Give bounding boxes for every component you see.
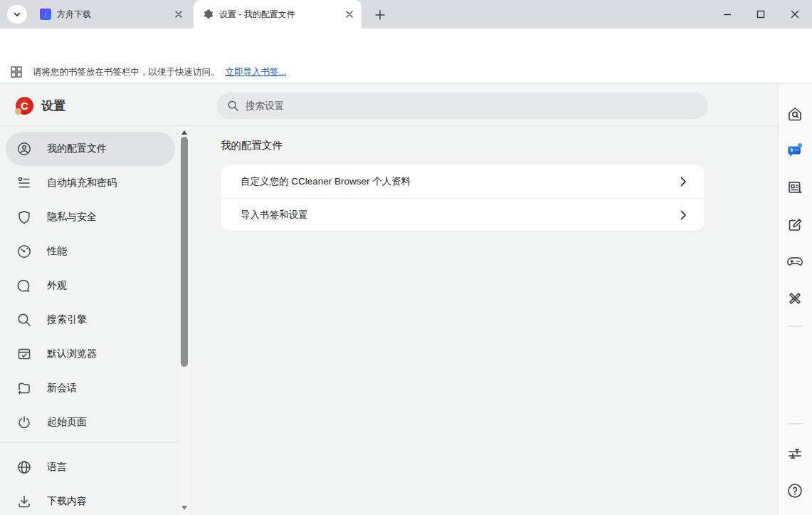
minimize-icon <box>722 9 732 19</box>
ai-chat-button[interactable] <box>786 142 803 159</box>
panel-divider <box>787 423 803 425</box>
close-icon <box>175 11 182 18</box>
browser-check-icon <box>17 347 31 361</box>
tab-strip: 方舟下载 设置 - 我的配置文件 <box>0 0 812 28</box>
section-title: 我的配置文件 <box>221 139 283 152</box>
person-circle-icon <box>17 142 31 156</box>
sidebar-item-autofill-passwords[interactable]: 自动填充和密码 <box>0 166 179 200</box>
adjustments-icon <box>786 445 803 462</box>
new-session-tab-icon <box>17 381 31 395</box>
sidebar-item-privacy-security[interactable]: 隐私与安全 <box>0 200 179 234</box>
sidebar-item-new-session[interactable]: 新会话 <box>0 371 179 405</box>
import-bookmarks-settings-row[interactable]: 导入书签和设置 <box>221 198 705 232</box>
scrollbar-down-arrow[interactable] <box>180 504 189 512</box>
search-placeholder: 搜索设置 <box>246 100 284 113</box>
window-maximize-button[interactable] <box>755 9 766 20</box>
crossed-tools-icon <box>786 290 803 307</box>
chevron-right-icon <box>677 209 689 221</box>
gear-icon <box>202 9 213 20</box>
chevron-down-icon <box>13 10 21 19</box>
sidebar-item-label: 语言 <box>47 461 67 474</box>
download-icon <box>17 494 31 509</box>
sidebar-item-my-profile[interactable]: 我的配置文件 <box>6 132 175 166</box>
ccleaner-logo-icon: C <box>16 97 33 115</box>
panel-divider <box>787 326 803 327</box>
sidebar-item-label: 搜索引擎 <box>47 313 87 326</box>
notes-compose-icon <box>786 216 803 233</box>
sidebar-item-performance[interactable]: 性能 <box>0 234 179 269</box>
sidebar-item-label: 性能 <box>47 245 67 258</box>
sidebar-item-label: 外观 <box>47 279 67 292</box>
tab-close-button[interactable] <box>343 8 356 21</box>
apps-grid-icon[interactable] <box>10 66 23 78</box>
settings-search-input[interactable]: 搜索设置 <box>217 93 708 119</box>
globe-icon <box>17 460 31 474</box>
sidebar-item-languages[interactable]: 语言 <box>0 450 179 484</box>
sidebar-item-label: 新会话 <box>47 382 77 395</box>
sidebar-item-search-engine[interactable]: 搜索引擎 <box>0 303 179 337</box>
sidebar-item-label: 隐私与安全 <box>47 211 97 224</box>
tab-search-button[interactable] <box>7 5 27 24</box>
sidebar-item-label: 起始页面 <box>47 416 87 429</box>
sidebar-divider <box>0 442 179 443</box>
row-label: 自定义您的 CCleaner Browser 个人资料 <box>241 175 677 188</box>
tab-close-button[interactable] <box>172 8 185 21</box>
ark-download-favicon <box>40 9 51 20</box>
browser-toolbar: CCleaner Browser secure://settings/peopl… <box>0 28 812 61</box>
bookmarks-bar: 请将您的书签放在书签栏中，以便于快速访问。 立即导入书签... <box>0 61 812 84</box>
news-button[interactable] <box>786 179 803 196</box>
customize-tools-button[interactable] <box>786 290 803 307</box>
appearance-bubble-icon <box>17 279 31 293</box>
search-icon <box>227 100 239 112</box>
tab-title: 方舟下载 <box>57 9 172 21</box>
tab-settings[interactable]: 设置 - 我的配置文件 <box>194 0 362 28</box>
customize-profile-row[interactable]: 自定义您的 CCleaner Browser 个人资料 <box>221 165 705 198</box>
import-bookmarks-link[interactable]: 立即导入书签... <box>226 66 286 78</box>
tab-ark-download[interactable]: 方舟下载 <box>31 0 191 28</box>
bookmarks-hint-text: 请将您的书签放在书签栏中，以便于快速访问。 <box>33 66 220 78</box>
window-close-button[interactable] <box>789 9 801 20</box>
home-search-button[interactable] <box>786 105 803 123</box>
tab-title: 设置 - 我的配置文件 <box>219 9 343 21</box>
power-icon <box>17 415 31 430</box>
news-icon <box>786 179 803 196</box>
home-search-icon <box>786 105 803 123</box>
sidebar-item-appearance[interactable]: 外观 <box>0 269 179 303</box>
magnifier-icon <box>17 313 31 327</box>
row-label: 导入书签和设置 <box>241 209 677 222</box>
adjustments-button[interactable] <box>786 445 803 462</box>
profile-settings-card: 自定义您的 CCleaner Browser 个人资料 导入书签和设置 <box>221 165 705 232</box>
maximize-icon <box>756 9 766 19</box>
speedometer-icon <box>17 244 31 259</box>
new-tab-button[interactable] <box>371 6 389 24</box>
scrollbar-up-arrow[interactable] <box>180 128 189 137</box>
gamepad-icon <box>786 252 803 271</box>
games-button[interactable] <box>786 253 803 270</box>
sidebar-item-start-page[interactable]: 起始页面 <box>0 405 179 439</box>
sidebar-item-label: 我的配置文件 <box>47 142 107 155</box>
chevron-right-icon <box>677 176 689 187</box>
sidebar-item-default-browser[interactable]: 默认浏览器 <box>0 337 179 371</box>
sidebar-item-label: 下载内容 <box>47 495 87 508</box>
sidebar-item-label: 自动填充和密码 <box>47 177 117 189</box>
shield-icon <box>17 210 31 224</box>
notes-compose-button[interactable] <box>786 216 803 233</box>
sidebar-item-downloads[interactable]: 下载内容 <box>0 484 179 515</box>
sidebar-item-label: 默认浏览器 <box>47 348 97 360</box>
window-minimize-button[interactable] <box>722 9 733 20</box>
close-icon <box>346 11 353 18</box>
help-button[interactable] <box>786 482 803 499</box>
autofill-lines-icon <box>17 176 31 190</box>
settings-sidebar: 我的配置文件 自动填充和密码 隐私与安全 性能 外观 <box>0 127 179 515</box>
plus-icon <box>375 10 385 20</box>
help-icon <box>786 482 803 499</box>
page-title: 设置 <box>41 98 65 114</box>
ai-chat-icon <box>786 141 803 160</box>
close-icon <box>790 9 800 19</box>
scrollbar-thumb[interactable] <box>181 137 188 367</box>
